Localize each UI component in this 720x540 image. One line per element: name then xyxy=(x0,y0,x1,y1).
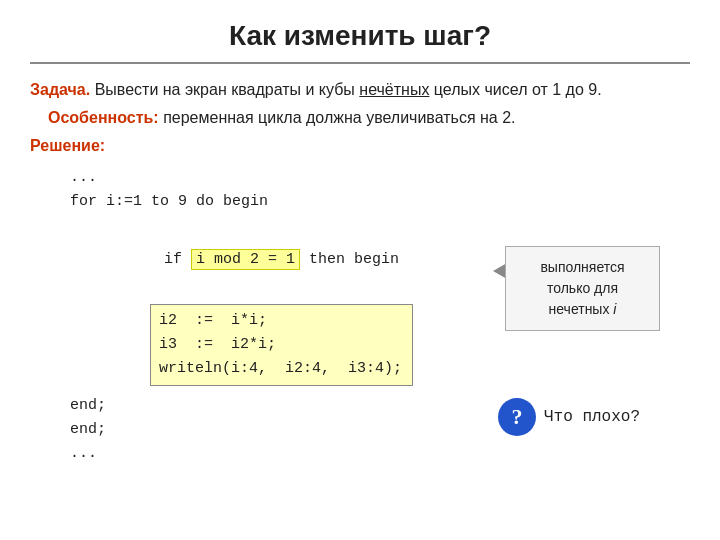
code-body2: i3 := i2*i; xyxy=(159,333,402,357)
zadacha-label: Задача. xyxy=(30,81,90,98)
question-area: ? Что плохо? xyxy=(498,398,640,436)
code-dots2: ... xyxy=(70,442,690,466)
zadacha-block: Задача. Вывести на экран квадраты и кубы… xyxy=(30,78,690,102)
code-area: ... for i:=1 to 9 do begin if i mod 2 = … xyxy=(30,166,690,466)
question-circle[interactable]: ? xyxy=(498,398,536,436)
tooltip-italic: i xyxy=(613,301,616,317)
osobennost-text: переменная цикла должна увеличиваться на… xyxy=(159,109,516,126)
zadacha-text2: целых чисел от 1 до 9. xyxy=(429,81,601,98)
tooltip-text: выполняется только для нечетных xyxy=(540,259,624,317)
title-divider xyxy=(30,62,690,64)
osobennost-block: Особенность: переменная цикла должна уве… xyxy=(30,106,690,130)
osobennost-label: Особенность: xyxy=(48,109,159,126)
code-body-box: i2 := i*i; i3 := i2*i; writeln(i:4, i2:4… xyxy=(150,304,413,386)
zadacha-text1: Вывести на экран квадраты и кубы xyxy=(90,81,359,98)
zadacha-underline: нечётных xyxy=(359,81,429,98)
code-if-suffix: then begin xyxy=(300,251,399,268)
code-body1: i2 := i*i; xyxy=(159,309,402,333)
code-body3: writeln(i:4, i2:4, i3:4); xyxy=(159,357,402,381)
reshenie-label: Решение: xyxy=(30,137,105,154)
code-if-highlight: i mod 2 = 1 xyxy=(191,249,300,270)
page-title: Как изменить шаг? xyxy=(30,20,690,52)
tooltip-box: выполняется только для нечетных i xyxy=(505,246,660,331)
code-for-line: for i:=1 to 9 do begin xyxy=(70,190,690,214)
question-text: Что плохо? xyxy=(544,408,640,426)
code-dots1: ... xyxy=(70,166,690,190)
reshenie-block: Решение: xyxy=(30,134,690,158)
code-if-prefix: if xyxy=(164,251,191,268)
